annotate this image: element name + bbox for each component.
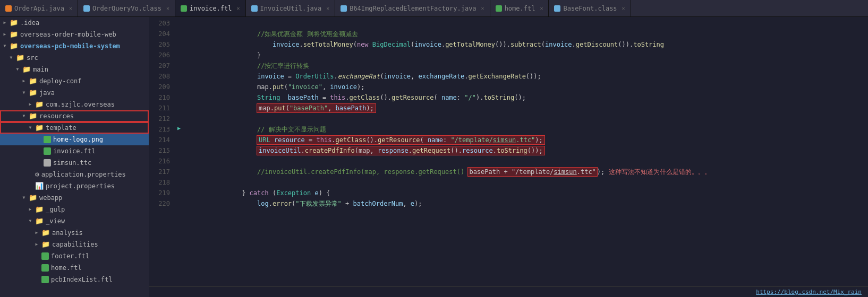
folder-icon: 📁 <box>10 41 18 51</box>
sidebar-item-label: pcbIndexList.ftl <box>51 275 113 284</box>
sidebar-item-gulp[interactable]: ▶ 📁 _gulp <box>0 204 149 215</box>
blog-url[interactable]: https://blog.csdn.net/Mix_rain <box>756 289 862 295</box>
sidebar-item-java[interactable]: ▼ 📁 java <box>0 87 149 99</box>
sidebar-item-pcbindexlist[interactable]: pcbIndexList.ftl <box>0 274 149 285</box>
tab-orderapi[interactable]: OrderApi.java ✕ <box>0 0 78 17</box>
folder-icon: 📁 <box>10 30 18 39</box>
code-line-208: map.put("invoice", invoice); <box>184 71 868 82</box>
tab-b64img[interactable]: B64ImgReplacedElementFactory.java ✕ <box>335 0 490 17</box>
sidebar-item-label: template <box>46 123 76 133</box>
expand-arrow-icon: ▼ <box>8 55 14 60</box>
sidebar-item-webapp[interactable]: ▼ 📁 webapp <box>0 192 149 204</box>
ftl-file-icon <box>41 264 49 272</box>
gutter-cell <box>174 197 184 208</box>
tab-close-icon[interactable]: ✕ <box>540 5 543 11</box>
tab-close-icon[interactable]: ✕ <box>481 5 484 11</box>
sidebar-item-app-props[interactable]: ⚙ application.properties <box>0 169 149 180</box>
sidebar-item-label: invoice.ftl <box>53 146 95 156</box>
sidebar-item-label: home.ftl <box>51 263 82 273</box>
tab-basefont[interactable]: BaseFont.class ✕ <box>549 0 631 17</box>
bottom-bar: https://blog.csdn.net/Mix_rain <box>149 286 868 297</box>
sidebar-item-src[interactable]: ▼ 📁 src <box>0 52 149 64</box>
code-line-213: URL resource = this.getClass().getResour… <box>184 124 868 135</box>
gutter-cell <box>174 28 184 38</box>
sidebar-item-footer[interactable]: footer.ftl <box>0 250 149 262</box>
sidebar-item-view[interactable]: ▼ 📁 _view <box>0 215 149 227</box>
tab-orderqueryvo[interactable]: OrderQueryVo.class ✕ <box>78 0 175 17</box>
code-content: 203 204 205 206 207 208 209 210 211 212 … <box>149 17 868 286</box>
tab-home-ftl[interactable]: home.ftl ✕ <box>490 0 549 17</box>
sidebar-item-deploy-conf[interactable]: ▶ 📁 deploy-conf <box>0 75 149 87</box>
gutter-cell <box>174 144 184 155</box>
sidebar-item-label: _gulp <box>46 205 65 214</box>
folder-icon: 📁 <box>22 65 31 74</box>
sidebar-item-overseas-pcb[interactable]: ▼ 📁 overseas-pcb-mobile-system <box>0 40 149 52</box>
gutter-cell: ▶ <box>174 123 184 134</box>
ftl-file-icon <box>41 276 49 283</box>
ftl-icon <box>181 5 187 12</box>
collapse-arrow-icon: ▶ <box>21 78 27 84</box>
tab-invoice-ftl[interactable]: invoice.ftl ✕ <box>175 0 246 17</box>
gutter-cell <box>174 17 184 28</box>
tab-invoiceutil[interactable]: InvoiceUtil.java ✕ <box>246 0 336 17</box>
class-icon <box>554 5 560 12</box>
sidebar-item-label: resources <box>39 111 74 121</box>
sidebar-item-analysis[interactable]: ▶ 📁 analysis <box>0 227 149 239</box>
folder-icon: 📁 <box>29 111 37 121</box>
sidebar-item-template[interactable]: ▼ 📁 template <box>0 122 149 134</box>
util-icon <box>341 5 347 12</box>
java-icon <box>5 5 12 12</box>
sidebar-item-label: _view <box>46 216 65 226</box>
folder-icon: 📁 <box>41 228 50 238</box>
collapse-arrow-icon: ▶ <box>34 242 39 247</box>
tab-close-icon[interactable]: ✕ <box>166 5 169 11</box>
expand-arrow-icon: ▼ <box>21 195 27 200</box>
tab-close-icon[interactable]: ✕ <box>237 5 240 11</box>
expand-arrow-icon: ▼ <box>21 90 27 95</box>
gutter-cell <box>174 49 184 59</box>
tab-label: BaseFont.class <box>563 5 617 12</box>
code-lines: //如果优惠金额 则将优惠金额减去 invoice.setTotalMoney(… <box>184 17 868 286</box>
sidebar-item-resources[interactable]: ▼ 📁 resources <box>0 110 149 122</box>
sidebar-item-label: simsun.ttc <box>53 158 91 168</box>
sidebar-item-idea[interactable]: ▶ 📁 .idea <box>0 17 149 29</box>
code-line-212: // 解决中文不显示问题 <box>184 113 868 124</box>
sidebar-item-main[interactable]: ▼ 📁 main <box>0 64 149 75</box>
sidebar-item-home[interactable]: home.ftl <box>0 262 149 274</box>
code-line-219: log.error("下载发票异常" + batchOrderNum, e); <box>184 188 868 198</box>
sidebar-item-overseas-order[interactable]: ▶ 📁 overseas-order-mobile-web <box>0 29 149 40</box>
sidebar-item-label: java <box>39 88 55 98</box>
sidebar-item-package[interactable]: ▶ 📁 com.szjlc.overseas <box>0 99 149 110</box>
run-arrow-icon: ▶ <box>177 123 181 134</box>
tab-close-icon[interactable]: ✕ <box>326 5 329 11</box>
ttc-file-icon <box>44 159 51 167</box>
sidebar-item-capabilities[interactable]: ▶ 📁 capabilities <box>0 239 149 250</box>
gutter-cell <box>174 176 184 187</box>
tab-close-icon[interactable]: ✕ <box>69 5 72 11</box>
gutter-cell <box>174 59 184 70</box>
line-numbers: 203 204 205 206 207 208 209 210 211 212 … <box>149 17 174 286</box>
collapse-arrow-icon: ▶ <box>2 20 7 25</box>
code-line-214: invoiceUtil.createPdfInfo(map, response.… <box>184 135 868 145</box>
tab-close-icon[interactable]: ✕ <box>622 5 625 11</box>
code-line-210: map.put("basePath", basePath); <box>184 92 868 103</box>
gutter-cell <box>174 38 184 49</box>
sidebar-item-invoice-ftl[interactable]: invoice.ftl <box>0 145 149 157</box>
sidebar-item-label: home-logo.png <box>53 135 103 144</box>
props-icon: 📊 <box>35 181 44 191</box>
sidebar-item-label: .idea <box>20 18 39 28</box>
sidebar-item-label: deploy-conf <box>39 76 81 86</box>
gutter: ▶ <box>174 17 184 286</box>
folder-icon: 📁 <box>35 100 44 109</box>
tab-label: invoice.ftl <box>190 5 232 12</box>
sidebar-item-project-props[interactable]: 📊 project.properties <box>0 180 149 192</box>
sidebar-item-home-logo[interactable]: home-logo.png <box>0 134 149 145</box>
code-line-220 <box>184 198 868 209</box>
code-line-216: //invoiceUtil.createPdfInfo(map, respons… <box>184 156 868 167</box>
expand-arrow-icon: ▼ <box>28 125 33 130</box>
sidebar-item-simsun[interactable]: simsun.ttc <box>0 157 149 169</box>
sidebar: ▶ 📁 .idea ▶ 📁 overseas-order-mobile-web … <box>0 17 149 297</box>
main-layout: ▶ 📁 .idea ▶ 📁 overseas-order-mobile-web … <box>0 17 868 297</box>
png-file-icon <box>44 136 51 143</box>
sidebar-item-label: capabilities <box>52 240 98 249</box>
